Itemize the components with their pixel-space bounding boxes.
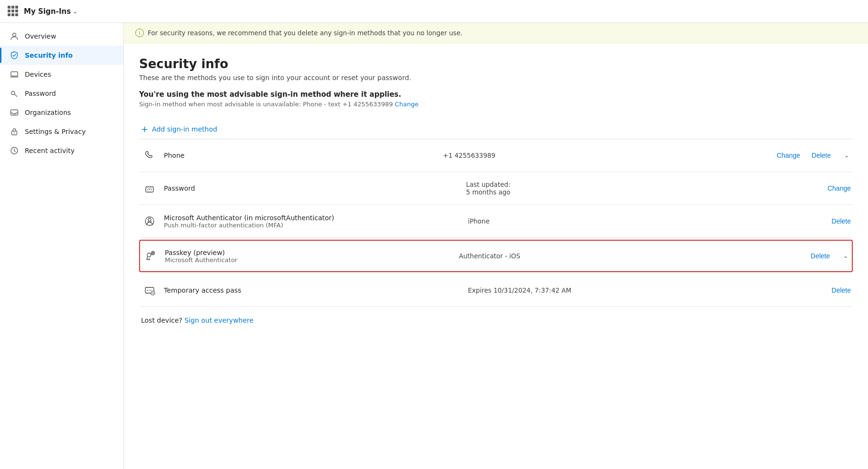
svg-rect-3 <box>11 110 18 115</box>
phone-change-button[interactable]: Change <box>777 152 800 159</box>
sidebar-item-security-info-label: Security info <box>25 51 73 59</box>
sidebar-item-recent-activity[interactable]: Recent activity <box>0 141 123 160</box>
method-row-authenticator: Microsoft Authenticator (in microsoftAut… <box>139 205 853 238</box>
person-icon <box>10 31 19 41</box>
add-method-button[interactable]: + Add sign-in method <box>139 119 853 139</box>
method-info-phone: Phone <box>164 152 437 159</box>
method-detail-authenticator: iPhone <box>468 217 826 225</box>
plus-icon: + <box>141 124 148 134</box>
app-title[interactable]: My Sign-Ins ⌄ <box>24 7 78 16</box>
sidebar-item-security-info[interactable]: Security info <box>0 46 123 65</box>
method-name-phone: Phone <box>164 152 437 159</box>
fallback-change-link[interactable]: Change <box>395 101 419 108</box>
sidebar-item-devices[interactable]: Devices <box>0 65 123 84</box>
svg-point-13 <box>148 218 151 221</box>
method-row-tap: Temporary access pass Expires 10/31/2024… <box>139 274 853 307</box>
svg-point-9 <box>149 189 150 190</box>
page-subtitle: These are the methods you use to sign in… <box>139 74 853 82</box>
shield-icon <box>10 51 19 60</box>
svg-point-14 <box>147 253 151 257</box>
layout: Overview Security info Devices <box>0 23 868 469</box>
top-bar: My Sign-Ins ⌄ <box>0 0 868 23</box>
security-banner: i For security reasons, we recommend tha… <box>124 23 868 43</box>
svg-point-5 <box>14 133 15 133</box>
main-content: i For security reasons, we recommend tha… <box>124 23 868 469</box>
passkey-delete-button[interactable]: Delete <box>811 252 830 260</box>
add-method-label: Add sign-in method <box>152 125 217 133</box>
svg-point-19 <box>149 290 150 291</box>
tap-delete-button[interactable]: Delete <box>832 286 851 294</box>
passkey-icon <box>142 247 159 265</box>
tap-icon <box>141 282 158 299</box>
method-row-passkey: Passkey (preview) Microsoft Authenticato… <box>139 240 853 272</box>
method-info-password: Password <box>164 184 460 192</box>
method-info-passkey: Passkey (preview) Microsoft Authenticato… <box>165 249 453 264</box>
svg-point-20 <box>151 290 151 291</box>
svg-rect-11 <box>148 188 151 189</box>
sidebar-item-organizations[interactable]: Organizations <box>0 103 123 122</box>
password-change-button[interactable]: Change <box>828 184 851 192</box>
method-name-passkey: Passkey (preview) <box>165 249 453 256</box>
method-detail-passkey: Authenticator - iOS <box>459 252 805 260</box>
method-name-authenticator: Microsoft Authenticator (in microsoftAut… <box>164 214 462 222</box>
method-info-authenticator: Microsoft Authenticator (in microsoftAut… <box>164 214 462 229</box>
method-row-phone: Phone +1 4255633989 Change Delete ⌄ <box>139 139 853 172</box>
phone-icon <box>141 147 158 164</box>
key-icon <box>10 89 19 98</box>
svg-point-10 <box>151 189 152 190</box>
method-info-tap: Temporary access pass <box>164 286 462 294</box>
sidebar-item-overview-label: Overview <box>25 32 56 40</box>
advisable-text: You're using the most advisable sign-in … <box>139 90 853 99</box>
method-detail-phone: +1 4255633989 <box>443 152 771 159</box>
lock-icon <box>10 127 19 136</box>
sidebar-item-password-label: Password <box>25 90 56 97</box>
page-title: Security info <box>139 57 853 71</box>
passkey-expand-button[interactable]: ⌄ <box>841 251 850 261</box>
svg-point-8 <box>147 189 148 190</box>
content-area: Security info These are the methods you … <box>124 43 868 469</box>
sidebar-item-recent-activity-label: Recent activity <box>25 147 74 154</box>
method-name-sub-passkey: Microsoft Authenticator <box>165 256 453 264</box>
laptop-icon <box>10 70 19 79</box>
fallback-text: Sign-in method when most advisable is un… <box>139 101 853 108</box>
svg-rect-1 <box>11 72 18 76</box>
method-name-sub-authenticator: Push multi-factor authentication (MFA) <box>164 222 462 229</box>
sidebar-item-password[interactable]: Password <box>0 84 123 103</box>
sidebar-item-organizations-label: Organizations <box>25 109 71 116</box>
inbox-icon <box>10 108 19 117</box>
info-icon: i <box>135 29 144 37</box>
svg-point-0 <box>13 33 16 37</box>
method-row-password: Password Last updated: 5 months ago Chan… <box>139 172 853 205</box>
lost-device-text: Lost device? <box>141 316 182 324</box>
phone-delete-button[interactable]: Delete <box>812 152 831 159</box>
banner-text: For security reasons, we recommend that … <box>148 29 463 37</box>
sidebar-item-overview[interactable]: Overview <box>0 27 123 46</box>
clock-icon <box>10 146 19 155</box>
phone-expand-button[interactable]: ⌄ <box>842 150 851 161</box>
authenticator-delete-button[interactable]: Delete <box>832 217 851 225</box>
sidebar-item-devices-label: Devices <box>25 71 51 78</box>
lost-device-section: Lost device? Sign out everywhere <box>139 307 853 329</box>
sidebar-item-settings-privacy-label: Settings & Privacy <box>25 128 86 135</box>
sidebar: Overview Security info Devices <box>0 23 124 469</box>
authenticator-icon <box>141 213 158 230</box>
svg-point-18 <box>147 290 148 291</box>
method-name-password: Password <box>164 184 460 192</box>
method-actions-password: Change <box>828 184 851 192</box>
method-actions-passkey: Delete ⌄ <box>811 251 850 261</box>
method-detail-tap: Expires 10/31/2024, 7:37:42 AM <box>468 286 826 294</box>
method-name-tap: Temporary access pass <box>164 286 462 294</box>
method-detail-password: Last updated: 5 months ago <box>466 181 822 196</box>
sidebar-item-settings-privacy[interactable]: Settings & Privacy <box>0 122 123 141</box>
chevron-down-icon: ⌄ <box>73 8 78 15</box>
waffle-icon[interactable] <box>8 6 19 17</box>
method-actions-authenticator: Delete <box>832 217 851 225</box>
sign-out-everywhere-link[interactable]: Sign out everywhere <box>184 316 253 324</box>
password-icon <box>141 180 158 197</box>
method-actions-tap: Delete <box>832 286 851 294</box>
method-actions-phone: Change Delete ⌄ <box>777 150 851 161</box>
